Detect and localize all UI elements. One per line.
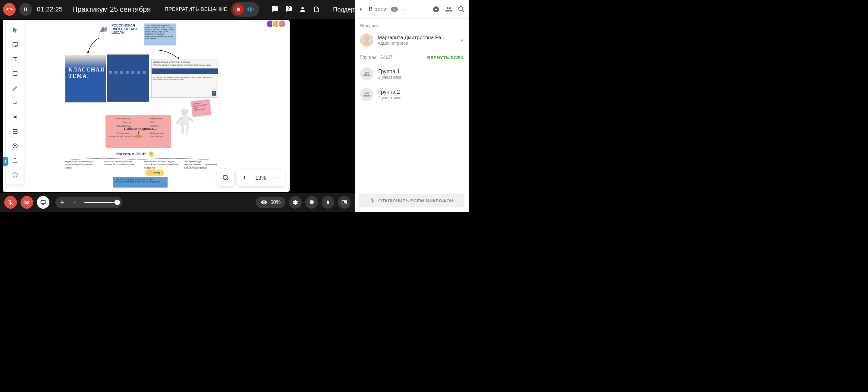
zoom-in-button[interactable]: + xyxy=(240,174,250,182)
session-timer: 01:22:25 xyxy=(37,5,63,13)
wb-tool-add-page[interactable] xyxy=(8,168,22,182)
resh-logo: РОССИЙСКАЯ ЭЛЕКТРОННАЯ ШКОЛА xyxy=(98,24,137,34)
wb-tool-upload[interactable] xyxy=(8,154,22,167)
thinking-emoji-icon: 🤔 xyxy=(149,151,154,157)
subjects-box: Китайский язык Экология Испанский язык П… xyxy=(105,115,171,148)
chat-icon[interactable] xyxy=(271,5,279,13)
guest-cursor-badge: Guest xyxy=(145,170,164,176)
host-user-row[interactable]: Маргарита Дмитриевна Ра... Администратор… xyxy=(355,31,469,49)
page-next-button[interactable] xyxy=(70,199,79,206)
page-prev-button[interactable] xyxy=(59,199,66,206)
me-indicator: я xyxy=(461,38,463,42)
svg-rect-0 xyxy=(13,42,18,47)
group-name: Группа 1 xyxy=(378,68,401,75)
teacher-note-strip: Учитель не будет докучать вас своими соо… xyxy=(113,177,167,187)
audio-wave-icon xyxy=(245,4,256,15)
groups-header-row: Группы 14:27 ВЕРНУТЬ ВСЕХ xyxy=(355,49,469,64)
svg-point-3 xyxy=(13,144,18,148)
people-icon[interactable] xyxy=(299,5,307,13)
group-row[interactable]: Группа 2 2 участника xyxy=(355,84,469,104)
layout-button[interactable] xyxy=(338,196,350,209)
help-chat-icon[interactable] xyxy=(285,5,293,13)
groups-time: 14:27 xyxy=(380,55,393,60)
camera-toggle-button[interactable] xyxy=(21,196,33,209)
collapse-toolbar-button[interactable] xyxy=(3,157,8,166)
whiteboard-content: РОССИЙСКАЯ ЭЛЕКТРОННАЯ ШКОЛА – это интер… xyxy=(28,25,284,186)
online-count-badge: 5 xyxy=(391,7,398,12)
raise-hand-button[interactable] xyxy=(305,196,318,209)
session-title: Практикум 25 сентября xyxy=(72,5,151,13)
page-slider[interactable] xyxy=(84,202,118,203)
pause-button[interactable] xyxy=(19,3,32,16)
user-name: Маргарита Дмитриевна Ра... xyxy=(378,35,457,41)
wb-tool-pointer[interactable] xyxy=(8,24,22,37)
whats-in-resh-title: Что есть в РЭШ? 🤔 xyxy=(116,151,154,157)
topbar-icon-group xyxy=(271,5,320,13)
resh-description-note: – это интерактивные уроки по всему школь… xyxy=(144,24,176,45)
thumbnail-klassnaya-tema: КЛАССНАЯ ТЕМА! xyxy=(65,55,106,102)
search-icon[interactable] xyxy=(458,6,465,13)
sidebar-header: В сети 5 xyxy=(355,0,469,19)
record-icon xyxy=(233,4,244,15)
wb-tool-curve[interactable] xyxy=(8,96,22,109)
zoom-out-button[interactable]: − xyxy=(272,174,282,182)
svg-point-5 xyxy=(16,145,16,146)
wb-tool-grid[interactable] xyxy=(8,125,22,138)
recording-indicator[interactable] xyxy=(231,2,259,17)
wb-tool-emoji[interactable] xyxy=(8,139,22,153)
view-percentage[interactable]: 50% xyxy=(256,197,285,208)
group-count: 2 участника xyxy=(378,75,401,80)
feature-columns: Задачи и упражнения для закрепления полу… xyxy=(64,160,218,170)
wb-participant-avatars[interactable] xyxy=(268,20,286,28)
svg-point-13 xyxy=(459,7,463,11)
zoom-search-button[interactable] xyxy=(217,170,234,186)
hangup-button[interactable] xyxy=(3,3,16,16)
mute-all-button[interactable]: ОТКЛЮЧИТЬ ВСЕМ МИКРОФОН xyxy=(359,193,464,207)
group-icon xyxy=(360,88,373,101)
wb-tool-shuffle[interactable] xyxy=(8,110,22,124)
svg-point-4 xyxy=(14,145,15,146)
pink-note: Занятия доступны для всех желающих! xyxy=(191,99,211,117)
group-name: Группа 2 xyxy=(378,89,401,95)
zoom-controls: + 13% − xyxy=(237,170,285,186)
add-participant-button[interactable] xyxy=(433,6,440,13)
thumbnail-calendar: 1 xyxy=(107,54,149,102)
svg-point-6 xyxy=(181,109,188,116)
groups-label: Группы xyxy=(360,55,376,60)
zoom-level: 13% xyxy=(255,175,266,181)
wb-tool-pencil[interactable] xyxy=(8,82,22,95)
wb-tool-text[interactable] xyxy=(8,53,22,66)
participants-icon[interactable] xyxy=(445,6,453,13)
avatar xyxy=(360,33,373,47)
wb-tool-sticky[interactable] xyxy=(8,38,22,51)
svg-point-15 xyxy=(365,36,369,41)
avatar xyxy=(278,20,286,28)
group-row[interactable]: Группа 1 2 участника xyxy=(355,64,469,84)
participants-sidebar: В сети 5 Ведущие Маргарита Дмитриевна Ра… xyxy=(355,0,469,212)
chevron-down-icon[interactable] xyxy=(402,7,406,11)
reactions-button[interactable] xyxy=(321,196,334,209)
whiteboard-toolbar xyxy=(6,21,24,185)
screen-share-button[interactable] xyxy=(37,196,50,209)
group-count: 2 участника xyxy=(378,95,401,100)
thumbnail-lesson: ФИЗИЧЕСКАЯ КУЛЬТУРА. 7 КЛАСС Урок 01. Зн… xyxy=(151,59,218,98)
document-icon[interactable] xyxy=(313,5,320,13)
svg-point-7 xyxy=(223,175,227,179)
user-role: Администратор xyxy=(378,41,457,46)
page-nav xyxy=(56,197,122,208)
whiteboard-container: РОССИЙСКАЯ ЭЛЕКТРОННАЯ ШКОЛА – это интер… xyxy=(0,19,291,192)
return-all-button[interactable]: ВЕРНУТЬ ВСЕХ xyxy=(427,55,463,60)
gear-button[interactable] xyxy=(289,196,302,209)
stop-broadcast-button[interactable]: ПРЕКРАТИТЬ ВЕЩАНИЕ xyxy=(164,6,227,12)
resh-title-text: РОССИЙСКАЯ ЭЛЕКТРОННАЯ ШКОЛА xyxy=(112,24,137,34)
whiteboard[interactable]: РОССИЙСКАЯ ЭЛЕКТРОННАЯ ШКОЛА – это интер… xyxy=(3,20,290,192)
mic-toggle-button[interactable] xyxy=(4,196,17,209)
collapse-sidebar-button[interactable] xyxy=(358,6,364,12)
figure-3d-icon xyxy=(176,107,193,139)
svg-rect-11 xyxy=(344,202,346,203)
wb-tool-rect[interactable] xyxy=(8,67,22,80)
bottombar: 50% xyxy=(0,193,355,212)
hosts-section-label: Ведущие xyxy=(355,19,469,31)
online-label: В сети xyxy=(369,6,387,13)
svg-rect-1 xyxy=(13,71,17,76)
